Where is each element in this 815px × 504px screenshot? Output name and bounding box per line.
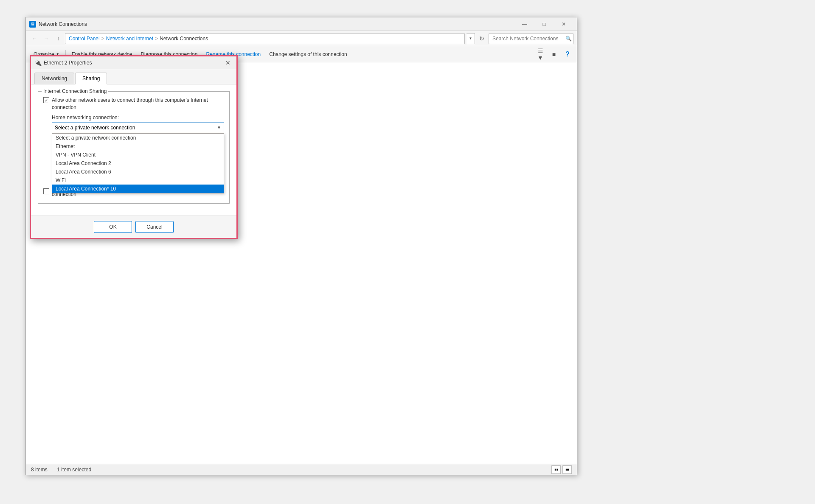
tab-sharing[interactable]: Sharing	[75, 73, 107, 84]
breadcrumb: Control Panel > Network and Internet > N…	[65, 33, 465, 44]
dropdown-list: Select a private network connection Ethe…	[52, 133, 224, 193]
title-bar: 🖥 Network Connections — □ ✕	[26, 17, 577, 31]
dropdown-item-1[interactable]: Ethernet	[52, 142, 224, 151]
dropdown-chevron-icon: ▼	[217, 125, 221, 130]
refresh-button[interactable]: ↻	[477, 34, 487, 44]
status-bar: 8 items 1 item selected ☷ ☰	[26, 464, 577, 475]
allow-checkbox[interactable]	[43, 97, 49, 103]
maximize-button[interactable]: □	[534, 17, 554, 31]
dropdown-item-0[interactable]: Select a private network connection	[52, 134, 224, 142]
dropdown-item-5[interactable]: WiFi	[52, 176, 224, 185]
view-options-button[interactable]: ☰ ▼	[534, 48, 546, 60]
ics-group-title: Internet Connection Sharing	[42, 88, 108, 94]
breadcrumb-network-internet[interactable]: Network and Internet	[106, 36, 153, 42]
dialog-title: Ethernet 2 Properties	[44, 60, 223, 66]
dropdown-item-2[interactable]: VPN - VPN Client	[52, 151, 224, 159]
dropdown-wrapper: Select a private network connection ▼ Se…	[52, 122, 224, 133]
home-net-label: Home networking connection:	[52, 115, 224, 120]
cancel-button[interactable]: Cancel	[135, 221, 174, 233]
grid-view-button[interactable]: ☷	[551, 465, 561, 474]
dialog-title-bar: 🔌 Ethernet 2 Properties ✕	[31, 56, 236, 69]
address-bar: ← → ↑ Control Panel > Network and Intern…	[26, 31, 577, 46]
dialog-tabs: Networking Sharing	[31, 69, 236, 84]
preview-pane-button[interactable]: ■	[548, 48, 560, 60]
allow-checkbox-row: Allow other network users to connect thr…	[43, 97, 224, 111]
close-button[interactable]: ✕	[554, 17, 573, 31]
breadcrumb-network-connections[interactable]: Network Connections	[160, 36, 208, 42]
status-bar-right: ☷ ☰	[551, 465, 572, 474]
toolbar-change-settings[interactable]: Change settings of this connection	[265, 48, 351, 61]
search-icon[interactable]: 🔍	[565, 36, 572, 42]
second-checkbox[interactable]	[43, 188, 49, 194]
address-dropdown[interactable]: ▼	[467, 33, 475, 44]
back-button[interactable]: ←	[29, 34, 39, 44]
allow-label: Allow other network users to connect thr…	[52, 97, 224, 111]
search-input[interactable]	[489, 33, 573, 44]
dialog-icon: 🔌	[34, 59, 41, 66]
home-net-dropdown[interactable]: Select a private network connection ▼	[52, 122, 224, 133]
dialog-footer: OK Cancel	[31, 216, 236, 238]
window-icon: 🖥	[29, 21, 36, 28]
dropdown-item-3[interactable]: Local Area Connection 2	[52, 159, 224, 168]
dialog-body: Internet Connection Sharing Allow other …	[31, 84, 236, 216]
properties-dialog: 🔌 Ethernet 2 Properties ✕ Networking Sha…	[30, 55, 238, 239]
items-count: 8 items	[31, 467, 48, 473]
dropdown-item-4[interactable]: Local Area Connection 6	[52, 168, 224, 176]
title-bar-buttons: — □ ✕	[515, 17, 573, 31]
window-title: Network Connections	[39, 21, 515, 27]
dropdown-selected-text: Select a private network connection	[55, 125, 217, 131]
tab-networking[interactable]: Networking	[34, 73, 74, 84]
dropdown-item-6[interactable]: Local Area Connection* 10	[52, 185, 224, 193]
up-button[interactable]: ↑	[53, 34, 63, 44]
search-wrapper: 🔍	[489, 33, 573, 44]
ics-group: Internet Connection Sharing Allow other …	[38, 91, 230, 204]
forward-button[interactable]: →	[41, 34, 51, 44]
ok-button[interactable]: OK	[94, 221, 132, 233]
toolbar-right: ☰ ▼ ■ ?	[534, 48, 573, 60]
dialog-close-button[interactable]: ✕	[223, 58, 233, 67]
selected-count: 1 item selected	[57, 467, 91, 473]
help-button[interactable]: ?	[562, 48, 573, 60]
minimize-button[interactable]: —	[515, 17, 534, 31]
breadcrumb-control-panel[interactable]: Control Panel	[69, 36, 100, 42]
list-view-button[interactable]: ☰	[562, 465, 572, 474]
